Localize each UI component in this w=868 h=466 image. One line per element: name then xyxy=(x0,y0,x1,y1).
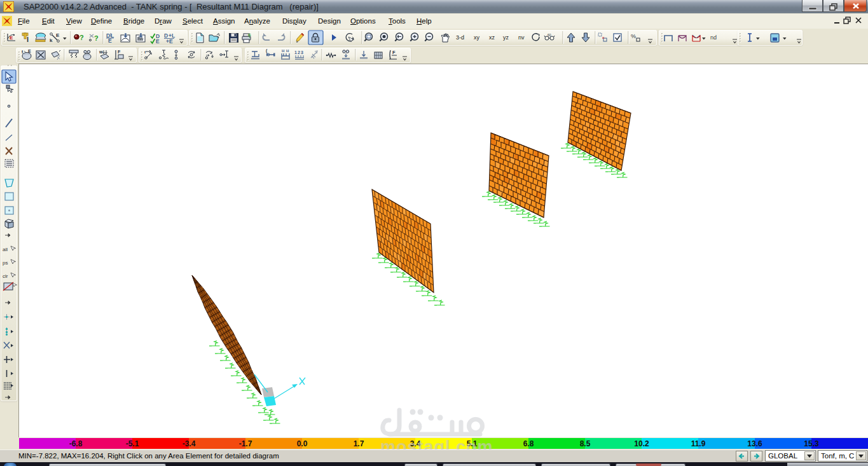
svg-text:xz: xz xyxy=(489,34,495,41)
svg-text:k: k xyxy=(50,38,53,43)
svg-text:nd: nd xyxy=(710,34,717,41)
svg-text:xy: xy xyxy=(474,34,480,41)
svg-text:3-d: 3-d xyxy=(456,34,464,41)
svg-text:%: % xyxy=(631,33,636,39)
svg-text:clr: clr xyxy=(3,273,8,279)
svg-text:+E: +E xyxy=(166,38,173,45)
svg-text:60: 60 xyxy=(548,33,551,37)
svg-text:3: 3 xyxy=(301,50,303,55)
svg-text:E: E xyxy=(10,35,13,41)
svg-text:E: E xyxy=(28,49,31,53)
svg-text:?: ? xyxy=(79,34,84,41)
svg-text:H: H xyxy=(286,49,289,53)
svg-text:H: H xyxy=(282,49,284,53)
svg-text:all: all xyxy=(3,247,8,252)
svg-text:2: 2 xyxy=(298,50,300,55)
svg-text:E: E xyxy=(56,32,60,38)
svg-text:F: F xyxy=(392,50,396,55)
svg-text:G: G xyxy=(248,33,251,37)
svg-text:nv: nv xyxy=(518,34,525,41)
svg-text:E: E xyxy=(156,38,160,45)
svg-text:I: I xyxy=(27,36,29,43)
svg-text:ps: ps xyxy=(3,260,8,266)
svg-text:(: ( xyxy=(266,48,268,53)
svg-text:w: w xyxy=(99,50,103,54)
svg-text:t: t xyxy=(144,50,146,54)
svg-text:1: 1 xyxy=(294,50,297,55)
svg-text:E: E xyxy=(108,38,112,44)
svg-text:yz: yz xyxy=(503,34,509,41)
svg-text:F: F xyxy=(118,50,121,54)
svg-text:?: ? xyxy=(94,34,99,42)
